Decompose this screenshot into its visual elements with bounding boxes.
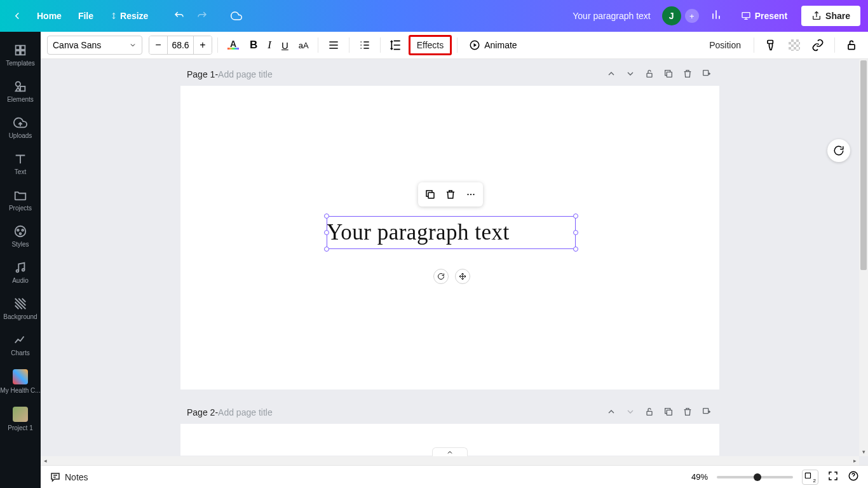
page-collapse-up-icon[interactable]: [605, 405, 618, 420]
page-delete-icon[interactable]: [681, 67, 694, 82]
sidebar-item-text[interactable]: Text: [0, 146, 41, 182]
page-2-header: Page 2 - Add page title: [180, 401, 719, 424]
notes-button[interactable]: Notes: [50, 471, 88, 483]
page-duplicate-icon[interactable]: [662, 67, 675, 82]
case-button[interactable]: aA: [295, 37, 313, 53]
align-button[interactable]: [323, 36, 344, 55]
redo-icon[interactable]: [193, 6, 212, 25]
sidebar-item-myhealth[interactable]: My Health C...: [0, 363, 41, 400]
page-duplicate-icon[interactable]: [662, 405, 675, 420]
resize-handle-tl[interactable]: [324, 214, 329, 219]
sidebar-item-audio[interactable]: Audio: [0, 254, 41, 290]
home-button[interactable]: Home: [31, 7, 68, 25]
selected-text-box[interactable]: Your paragraph text: [327, 216, 576, 249]
page-1-title-placeholder[interactable]: Add page title: [218, 69, 273, 79]
page-count-indicator[interactable]: 2: [802, 470, 818, 485]
effects-button[interactable]: Effects: [409, 35, 452, 55]
position-button[interactable]: Position: [703, 37, 747, 53]
sidebar-item-templates[interactable]: Templates: [0, 37, 41, 73]
sidebar-item-elements[interactable]: Elements: [0, 73, 41, 109]
analytics-icon[interactable]: [705, 4, 727, 28]
resize-handle-tr[interactable]: [573, 214, 578, 219]
vertical-scroll-thumb[interactable]: [860, 60, 867, 270]
animate-button[interactable]: Animate: [463, 36, 523, 54]
page-collapse-up-icon[interactable]: [605, 67, 618, 82]
pages-drawer-toggle[interactable]: [432, 447, 468, 456]
add-collaborator-button[interactable]: +: [685, 9, 699, 23]
selection-more-icon[interactable]: [463, 186, 479, 203]
svg-rect-19: [647, 73, 652, 77]
sidebar-item-charts[interactable]: Charts: [0, 327, 41, 363]
sidebar-item-project1[interactable]: Project 1: [0, 400, 41, 438]
resize-handle-mr[interactable]: [573, 230, 578, 235]
zoom-slider-knob[interactable]: [754, 473, 761, 481]
sidebar-label-styles: Styles: [11, 241, 29, 248]
cloud-sync-icon[interactable]: [227, 6, 246, 25]
sidebar-label-templates: Templates: [6, 60, 35, 67]
zoom-slider[interactable]: [717, 476, 793, 478]
resize-button[interactable]: Resize: [104, 7, 154, 25]
resize-handle-br[interactable]: [573, 247, 578, 252]
underline-button[interactable]: U: [278, 37, 292, 54]
page-add-icon[interactable]: [700, 405, 713, 420]
scroll-left-icon[interactable]: ◂: [41, 456, 50, 465]
selection-duplicate-icon[interactable]: [422, 186, 438, 203]
bold-button[interactable]: B: [246, 36, 261, 55]
font-family-value: Canva Sans: [53, 40, 101, 50]
share-button[interactable]: Share: [801, 6, 860, 26]
copy-style-button[interactable]: [761, 36, 781, 55]
toolbar-divider: [217, 37, 218, 53]
move-handle[interactable]: [455, 269, 470, 284]
font-size-input[interactable]: [167, 36, 194, 54]
help-icon[interactable]: [848, 470, 859, 484]
spacing-button[interactable]: [386, 36, 406, 55]
horizontal-scrollbar[interactable]: ◂ ▸: [41, 456, 859, 465]
present-button[interactable]: Present: [733, 6, 795, 25]
selection-delete-icon[interactable]: [442, 186, 459, 203]
font-size-increase[interactable]: +: [194, 36, 212, 54]
vertical-scrollbar[interactable]: ▴ ▾: [859, 59, 868, 456]
rotate-handle[interactable]: [433, 269, 449, 284]
sidebar-item-uploads[interactable]: Uploads: [0, 109, 41, 146]
page-1-canvas[interactable]: Your paragraph text: [180, 86, 719, 390]
font-size-decrease[interactable]: −: [149, 36, 167, 54]
selection-toolbar: [418, 182, 483, 207]
link-button[interactable]: [808, 36, 828, 55]
text-color-button[interactable]: A: [223, 36, 243, 55]
svg-rect-3: [16, 51, 20, 55]
bottom-bar: Notes 49% 2: [41, 465, 868, 488]
lock-button[interactable]: [841, 36, 862, 55]
page-lock-icon[interactable]: [643, 67, 656, 82]
scroll-down-icon[interactable]: ▾: [859, 447, 868, 456]
zoom-value: 49%: [691, 472, 708, 482]
sidebar-item-projects[interactable]: Projects: [0, 182, 41, 218]
transparency-button[interactable]: [785, 36, 804, 54]
font-family-select[interactable]: Canva Sans: [47, 36, 142, 55]
canvas-scroll[interactable]: Page 1 - Add page title: [41, 59, 859, 456]
file-button[interactable]: File: [72, 7, 100, 25]
page-expand-down-icon[interactable]: [624, 67, 637, 82]
svg-point-10: [20, 233, 22, 234]
page-add-icon[interactable]: [700, 67, 713, 82]
svg-rect-21: [703, 70, 709, 75]
page-delete-icon[interactable]: [681, 405, 694, 420]
undo-icon[interactable]: [170, 6, 189, 25]
page-1-header: Page 1 - Add page title: [180, 63, 719, 86]
fullscreen-icon[interactable]: [827, 470, 839, 484]
doc-title[interactable]: Your paragraph text: [573, 11, 650, 21]
position-label: Position: [709, 40, 741, 50]
list-button[interactable]: [355, 36, 375, 55]
sidebar-item-styles[interactable]: Styles: [0, 218, 41, 254]
page-lock-icon[interactable]: [643, 405, 656, 420]
scroll-right-icon[interactable]: ▸: [850, 456, 859, 465]
resize-handle-bl[interactable]: [324, 247, 329, 252]
resize-handle-ml[interactable]: [324, 230, 329, 235]
back-icon[interactable]: [8, 6, 27, 25]
sidebar-label-myhealth: My Health C...: [0, 387, 40, 394]
sidebar-item-background[interactable]: Background: [0, 290, 41, 327]
page-2-title-placeholder[interactable]: Add page title: [218, 407, 273, 417]
refresh-fab[interactable]: [827, 139, 850, 162]
italic-button[interactable]: I: [264, 36, 275, 55]
svg-rect-0: [742, 13, 750, 18]
user-avatar[interactable]: J: [662, 6, 681, 25]
